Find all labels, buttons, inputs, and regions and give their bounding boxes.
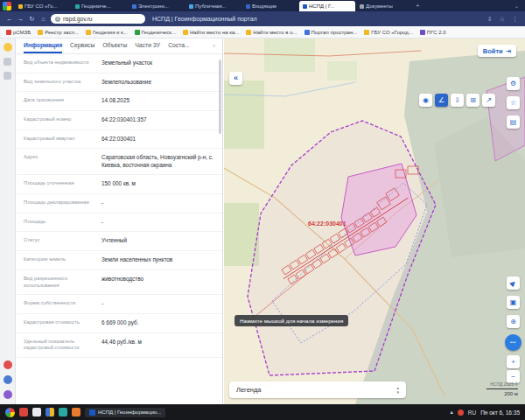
tab-overflow-icon[interactable]: ⌄ bbox=[511, 1, 522, 11]
field-value: Саратовская область, Новоузенский р-н, с… bbox=[102, 154, 215, 169]
field-label: Кадастровый номер bbox=[24, 116, 95, 124]
field-row: Удельный показатель кадастровой стоимост… bbox=[17, 333, 222, 359]
tab-sostav[interactable]: Соста... bbox=[168, 38, 190, 53]
gear-icon: ⚙ bbox=[510, 80, 516, 88]
tab-publichnaya[interactable]: Публичная... bbox=[186, 1, 242, 11]
field-value: 44,46 руб./кв. м bbox=[102, 339, 215, 353]
home-button[interactable]: ⌂ bbox=[39, 15, 47, 23]
tab-nspd-active[interactable]: НСПД | Г... bbox=[299, 1, 355, 11]
map-area[interactable]: « Войти ⇥ ◉ ∠ ⇩ ⊞ ↗ ⚙ ☆ ▤ ▶ ▣ ⊕ ••• + − … bbox=[224, 38, 525, 404]
map-frame-button[interactable]: ▣ bbox=[507, 296, 520, 309]
zoom-in-button[interactable]: + bbox=[507, 355, 520, 368]
bookmark-label: рСМЗБ bbox=[13, 30, 31, 35]
field-label: Площадь декларированная bbox=[24, 200, 95, 207]
new-tab-button[interactable]: + bbox=[413, 1, 423, 11]
taskbar-app-icon[interactable] bbox=[46, 408, 54, 416]
site-info-icon: i bbox=[55, 17, 60, 22]
field-value: Земельный участок bbox=[102, 60, 215, 67]
sidebar-app-icon[interactable] bbox=[4, 375, 12, 384]
panel-tabs-more-icon[interactable]: › bbox=[213, 38, 215, 53]
reload-button[interactable]: ↻ bbox=[28, 15, 36, 23]
field-label: Форма собственности bbox=[24, 300, 95, 308]
tab-favicon bbox=[303, 4, 307, 9]
tab-gbu-so[interactable]: ГБУ СО «Го... bbox=[15, 1, 71, 11]
globe-icon: ⊕ bbox=[510, 318, 516, 326]
tab-geodezich[interactable]: Геодезиче... bbox=[72, 1, 128, 11]
bookmark-nayti-mesto-1[interactable]: Найти место на ка... bbox=[183, 30, 239, 35]
tray-clock[interactable]: Пн окт 6, 16:35 bbox=[480, 410, 520, 416]
browser-more-icon[interactable]: ⋮ bbox=[510, 16, 520, 23]
tool-share-button[interactable]: ↗ bbox=[482, 94, 495, 107]
tab-electron[interactable]: Электронн... bbox=[129, 1, 185, 11]
assistant-icon[interactable] bbox=[4, 43, 12, 52]
chat-button[interactable]: ••• bbox=[505, 334, 522, 351]
measure-icon: ∠ bbox=[438, 96, 444, 104]
tab-label: Электронн... bbox=[138, 4, 169, 9]
bookmark-label: Портал простран... bbox=[312, 30, 358, 35]
bookmark-pgs[interactable]: ПГС 2.0 bbox=[420, 30, 446, 35]
bookmark-star-icon[interactable]: ☆ bbox=[498, 16, 507, 23]
minus-icon: − bbox=[511, 373, 515, 381]
bookmarks-bar: рСМЗБ Реестр засл... Геодезия и к... Гео… bbox=[0, 26, 525, 38]
field-row: Дата присвоения14.08.2025 bbox=[17, 92, 222, 111]
bookmark-label: Найти место в о... bbox=[253, 30, 297, 35]
tray-record-icon[interactable] bbox=[458, 410, 464, 416]
downloads-icon[interactable]: ⇩ bbox=[486, 16, 494, 23]
tool-point-button[interactable]: ◉ bbox=[419, 94, 432, 107]
browser-menu-icon[interactable] bbox=[3, 2, 11, 10]
tab-obekty[interactable]: Объекты bbox=[102, 38, 127, 53]
field-value: 150 000 кв. м bbox=[102, 180, 215, 188]
address-input[interactable]: i nspd.gov.ru bbox=[51, 14, 145, 24]
tool-download-button[interactable]: ⇩ bbox=[451, 94, 464, 107]
page-title: НСПД | Геоинформационный портал bbox=[152, 16, 257, 22]
taskbar-task-nspd[interactable]: НСПД | Геоинформацио... bbox=[85, 408, 165, 417]
map-favorites-button[interactable]: ☆ bbox=[507, 96, 520, 109]
map-locate-button[interactable]: ▶ bbox=[507, 276, 520, 290]
sidebar-app-icon[interactable] bbox=[4, 360, 12, 369]
system-tray: ▴ RU Пн окт 6, 16:35 bbox=[450, 409, 520, 416]
taskbar-app-icon[interactable] bbox=[19, 408, 28, 416]
tab-informatsiya[interactable]: Информация bbox=[24, 38, 62, 53]
taskbar-app-icon[interactable] bbox=[32, 408, 41, 416]
tab-vhodyashchie[interactable]: Входящие bbox=[242, 1, 298, 11]
field-label: Вид объекта недвижимости bbox=[24, 60, 95, 67]
field-label: Дата присвоения bbox=[24, 97, 95, 105]
collapse-panel-button[interactable]: « bbox=[229, 72, 242, 85]
bookmark-reestr[interactable]: Реестр засл... bbox=[38, 30, 79, 35]
map-globe-button[interactable]: ⊕ bbox=[507, 315, 520, 328]
bookmark-nayti-mesto-2[interactable]: Найти место в о... bbox=[246, 30, 297, 35]
tab-dokumenty[interactable]: Документы bbox=[356, 1, 412, 11]
tab-servisy[interactable]: Сервисы bbox=[70, 38, 94, 53]
legend-bar[interactable]: Легенда ▴ ▾ bbox=[229, 382, 406, 398]
bookmark-gbu-so[interactable]: ГБУ СО «Город... bbox=[364, 30, 413, 35]
bookmark-geodeziya[interactable]: Геодезия и к... bbox=[86, 30, 128, 35]
language-indicator[interactable]: RU bbox=[468, 410, 476, 416]
tool-measure-button[interactable]: ∠ bbox=[435, 94, 448, 107]
bookmark-geodezichesk[interactable]: Геодезическ... bbox=[135, 30, 176, 35]
field-label: Статус bbox=[24, 237, 95, 245]
sidebar-app-icon[interactable] bbox=[4, 58, 11, 66]
field-value: Земли населенных пунктов bbox=[102, 256, 215, 264]
field-row: Площадь уточненная150 000 кв. м bbox=[17, 175, 222, 194]
bookmark-rsmzb[interactable]: рСМЗБ bbox=[6, 30, 31, 35]
field-value: - bbox=[102, 200, 215, 207]
back-button[interactable]: ← bbox=[5, 15, 13, 23]
start-button[interactable] bbox=[5, 408, 15, 417]
tool-print-button[interactable]: ⊞ bbox=[466, 94, 480, 107]
forward-button[interactable]: → bbox=[17, 15, 24, 23]
panel-scrollbar[interactable] bbox=[219, 60, 221, 134]
sidebar-app-icon[interactable] bbox=[4, 390, 12, 399]
field-row: Кадастровый квартал64:22:030401 bbox=[17, 130, 222, 150]
taskbar-app-icon[interactable] bbox=[59, 408, 67, 416]
tray-expand-icon[interactable]: ▴ bbox=[450, 409, 452, 416]
map-settings-button[interactable]: ⚙ bbox=[507, 77, 520, 90]
sidebar-app-icon[interactable] bbox=[4, 72, 11, 80]
login-button[interactable]: Войти ⇥ bbox=[478, 45, 516, 57]
map-layers-button[interactable]: ▤ bbox=[507, 116, 520, 129]
object-info-panel: Информация Сервисы Объекты Части ЗУ Сост… bbox=[17, 38, 223, 404]
bookmark-portal[interactable]: Портал простран... bbox=[304, 30, 358, 35]
task-label: НСПД | Геоинформацио... bbox=[98, 410, 161, 415]
legend-toggle-icon[interactable]: ▴ ▾ bbox=[396, 386, 399, 394]
tab-chasti-zu[interactable]: Части ЗУ bbox=[135, 38, 160, 53]
taskbar-app-icon[interactable] bbox=[72, 408, 80, 416]
